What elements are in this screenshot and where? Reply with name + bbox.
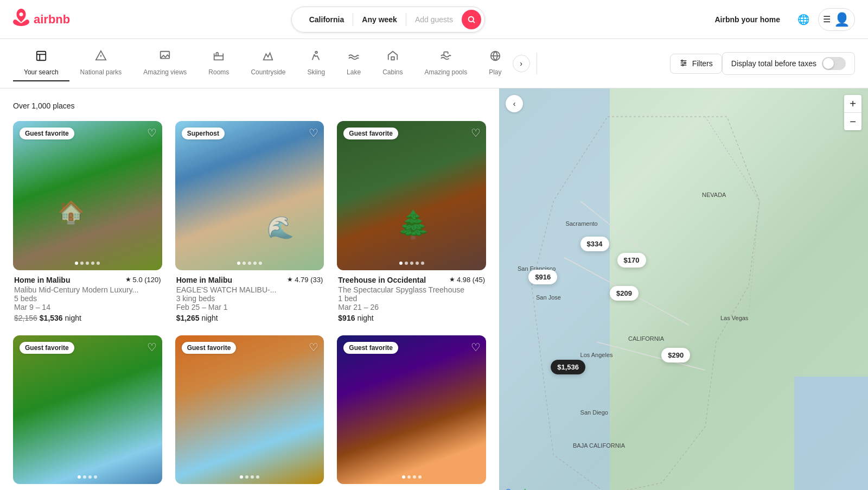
listing-dots [237, 262, 262, 265]
search-button[interactable] [462, 10, 481, 29]
listing-subtitle: Malibu Mid-Century Modern Luxury... [14, 285, 161, 294]
category-icon-national-parks [95, 50, 107, 65]
dot-3 [253, 262, 257, 265]
original-price: $2,156 [14, 314, 37, 322]
listing-dots [75, 262, 100, 265]
dot-4 [421, 262, 424, 265]
category-icon-skiing [310, 50, 322, 65]
taxes-toggle-switch[interactable] [822, 57, 846, 70]
language-button[interactable]: 🌐 [793, 9, 814, 30]
listing-dots [240, 475, 259, 479]
favorite-button[interactable]: ♡ [147, 341, 157, 354]
main-layout: Over 1,000 places Guest favorite ♡ Home … [0, 88, 868, 490]
dot-2 [86, 262, 89, 265]
listing-price: $916 night [338, 314, 485, 322]
listing-card-occidental[interactable]: Guest favorite ♡ Treehouse in Occidental… [337, 121, 486, 322]
svg-point-20 [682, 64, 684, 66]
listing-subtitle: The Spectacular Spyglass Treehouse [338, 285, 485, 294]
listing-card-malibu2[interactable]: Superhost ♡ Home in Malibu ★ 4.79 (33) E… [175, 121, 324, 322]
favorite-button[interactable]: ♡ [147, 126, 157, 139]
svg-line-1 [473, 21, 475, 23]
category-item-national-parks[interactable]: National parks [69, 46, 133, 81]
listing-badge: Guest favorite [343, 128, 398, 139]
location-search[interactable]: California [301, 15, 353, 24]
dot-1 [83, 475, 86, 479]
listing-image-wrap: Guest favorite ♡ [337, 121, 486, 270]
listing-card-desert[interactable]: Guest favorite ♡ Cabin in Joshua Tree ★ … [175, 335, 324, 490]
filters-icon [679, 59, 688, 69]
listing-image [175, 121, 324, 270]
listing-dates: Feb 25 – Mar 1 [176, 303, 323, 311]
listing-title-row: Home in Malibu ★ 5.0 (120) [14, 276, 161, 284]
listings-grid: Guest favorite ♡ Home in Malibu ★ 5.0 (1… [13, 121, 486, 490]
category-icon-cabins [387, 50, 399, 65]
guests-search[interactable]: Add guests [406, 15, 462, 24]
price-suffix: night [357, 314, 373, 322]
taxes-toggle: Display total before taxes [722, 52, 855, 75]
category-item-rooms[interactable]: Rooms [197, 46, 240, 81]
category-icon-your-search [35, 50, 47, 65]
zoom-in-button[interactable]: + [844, 95, 861, 112]
category-icon-countryside [262, 50, 274, 65]
category-item-your-search[interactable]: Your search [13, 46, 69, 81]
listing-image [175, 335, 324, 485]
airbnb-home-button[interactable]: Airbnb your home [706, 11, 789, 28]
listing-price: $1,265 night [176, 314, 323, 322]
map-panel: ‹ + − SacramentoSan FranciscoSan JoseN [499, 88, 868, 490]
category-label-lake: Lake [347, 68, 361, 76]
map-pin-pin-916[interactable]: $916 [528, 270, 557, 284]
svg-point-8 [315, 52, 317, 54]
listing-card-malibu1[interactable]: Guest favorite ♡ Home in Malibu ★ 5.0 (1… [13, 121, 162, 322]
nav-arrow-button[interactable]: › [513, 55, 530, 72]
category-item-countryside[interactable]: Countryside [240, 46, 296, 81]
map-pin-pin-1536[interactable]: $1,536 [551, 360, 585, 374]
category-item-skiing[interactable]: Skiing [296, 46, 336, 81]
favorite-button[interactable]: ♡ [471, 341, 481, 354]
category-item-lake[interactable]: Lake [336, 46, 372, 81]
logo[interactable]: airbnb [13, 9, 70, 30]
filters-button[interactable]: Filters [670, 54, 722, 74]
favorite-button[interactable]: ♡ [309, 126, 318, 139]
listing-price: $2,156$1,536 night [14, 314, 161, 322]
favorite-button[interactable]: ♡ [309, 341, 318, 354]
dot-4 [97, 262, 100, 265]
taxes-label: Display total before taxes [731, 59, 816, 68]
category-label-rooms: Rooms [208, 68, 229, 76]
map-pin-pin-290[interactable]: $290 [661, 348, 690, 362]
map-pin-pin-170[interactable]: $170 [617, 253, 646, 268]
listing-image-wrap: Guest favorite ♡ [337, 335, 486, 485]
dot-2 [251, 475, 254, 479]
category-item-cabins[interactable]: Cabins [372, 46, 413, 81]
listing-title: Home in Malibu [176, 276, 232, 284]
favorite-button[interactable]: ♡ [471, 126, 481, 139]
listing-card-vineyard[interactable]: Guest favorite ♡ Farm stay in Healdsburg… [13, 335, 162, 490]
listing-card-night[interactable]: Guest favorite ♡ Cabin in Yucca Valley ★… [337, 335, 486, 490]
category-label-your-search: Your search [24, 68, 59, 76]
user-menu-button[interactable]: ☰ 👤 [818, 8, 855, 31]
listing-image-wrap: Guest favorite ♡ [13, 121, 162, 270]
category-item-amazing-pools[interactable]: Amazing pools [413, 46, 478, 81]
map-collapse-button[interactable]: ‹ [506, 95, 523, 112]
dot-0 [75, 262, 78, 265]
dot-0 [240, 475, 243, 479]
listing-badge: Guest favorite [20, 128, 74, 139]
listing-image [337, 335, 486, 485]
header-right: Airbnb your home 🌐 ☰ 👤 [706, 8, 855, 31]
search-bar: California Any week Add guests [291, 7, 485, 33]
week-search[interactable]: Any week [353, 15, 406, 24]
dot-2 [88, 475, 92, 479]
map-pin-pin-334[interactable]: $334 [580, 237, 609, 251]
listings-panel: Over 1,000 places Guest favorite ♡ Home … [0, 88, 499, 490]
menu-icon: ☰ [823, 14, 831, 24]
zoom-out-button[interactable]: − [844, 113, 861, 130]
listing-badge: Guest favorite [20, 342, 74, 354]
avatar-icon: 👤 [834, 12, 850, 27]
category-label-cabins: Cabins [382, 68, 403, 76]
map-pin-pin-209[interactable]: $209 [610, 286, 639, 301]
price-suffix: night [65, 314, 81, 322]
listing-info: Home in Malibu ★ 4.79 (33) EAGLE'S WATCH… [175, 276, 324, 322]
listing-image-wrap: Guest favorite ♡ [175, 335, 324, 485]
category-item-play[interactable]: Play [478, 46, 512, 81]
category-item-amazing-views[interactable]: Amazing views [132, 46, 197, 81]
dot-0 [399, 262, 403, 265]
